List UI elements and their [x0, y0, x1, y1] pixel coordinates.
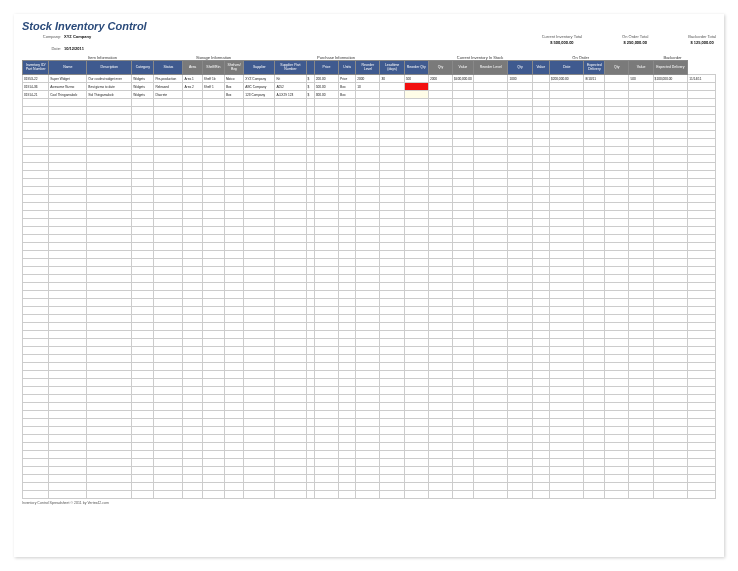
table-cell	[183, 395, 202, 403]
table-cell	[428, 331, 452, 339]
table-cell	[314, 187, 338, 195]
table-cell	[508, 219, 532, 227]
table-cell	[224, 227, 243, 235]
table-cell	[473, 451, 508, 459]
table-cell: Area 2	[183, 83, 202, 91]
table-cell	[244, 451, 275, 459]
table-cell	[356, 331, 380, 339]
table-cell	[49, 451, 87, 459]
table-cell	[605, 203, 629, 211]
table-cell	[453, 443, 474, 451]
table-cell	[688, 395, 716, 403]
table-cell	[23, 203, 49, 211]
table-cell	[224, 251, 243, 259]
table-cell	[473, 131, 508, 139]
table-cell	[380, 187, 404, 195]
table-cell	[653, 483, 688, 491]
table-row	[23, 155, 716, 163]
table-cell	[584, 347, 605, 355]
table-cell	[314, 203, 338, 211]
table-cell	[314, 483, 338, 491]
table-cell	[183, 307, 202, 315]
table-cell	[202, 275, 224, 283]
table-cell	[549, 435, 584, 443]
table-cell	[23, 299, 49, 307]
table-cell	[87, 155, 132, 163]
table-cell	[87, 187, 132, 195]
table-cell	[356, 347, 380, 355]
table-cell	[49, 411, 87, 419]
summary-block: Current Inventory Total $ 500,000.00 On …	[542, 34, 716, 45]
table-cell	[629, 427, 653, 435]
table-cell	[508, 235, 532, 243]
table-cell	[306, 451, 314, 459]
table-cell	[473, 331, 508, 339]
table-cell	[404, 307, 428, 315]
table-cell	[275, 243, 306, 251]
table-cell	[23, 259, 49, 267]
table-cell	[453, 355, 474, 363]
table-cell	[23, 235, 49, 243]
table-cell	[428, 363, 452, 371]
table-cell	[339, 451, 356, 459]
table-cell	[132, 179, 154, 187]
table-cell	[132, 123, 154, 131]
table-cell	[275, 491, 306, 499]
table-cell	[653, 347, 688, 355]
table-cell	[584, 371, 605, 379]
table-cell	[132, 139, 154, 147]
table-cell: $	[306, 91, 314, 99]
table-cell	[688, 107, 716, 115]
table-cell	[584, 419, 605, 427]
table-cell	[584, 123, 605, 131]
table-cell	[629, 379, 653, 387]
table-cell	[132, 107, 154, 115]
table-cell	[473, 267, 508, 275]
table-cell	[404, 451, 428, 459]
table-cell	[605, 171, 629, 179]
table-cell	[453, 99, 474, 107]
table-cell	[154, 443, 183, 451]
table-cell	[23, 291, 49, 299]
table-cell	[339, 411, 356, 419]
table-cell	[356, 91, 380, 99]
table-cell	[183, 163, 202, 171]
table-cell	[306, 147, 314, 155]
table-cell	[244, 347, 275, 355]
column-header: Category	[132, 61, 154, 75]
table-cell	[202, 363, 224, 371]
table-cell	[629, 419, 653, 427]
table-cell	[224, 243, 243, 251]
table-cell	[653, 211, 688, 219]
table-cell	[532, 403, 549, 411]
table-cell	[549, 355, 584, 363]
table-cell	[473, 243, 508, 251]
table-cell	[605, 227, 629, 235]
table-cell	[688, 251, 716, 259]
table-cell	[87, 195, 132, 203]
table-cell	[23, 219, 49, 227]
table-cell	[275, 411, 306, 419]
table-cell	[473, 259, 508, 267]
table-cell	[605, 291, 629, 299]
table-cell	[314, 155, 338, 163]
table-cell	[87, 483, 132, 491]
table-cell	[224, 155, 243, 163]
table-cell: 1000	[508, 75, 532, 83]
table-cell	[275, 371, 306, 379]
table-cell	[202, 259, 224, 267]
table-cell	[224, 235, 243, 243]
table-cell	[183, 203, 202, 211]
table-cell	[653, 195, 688, 203]
table-cell	[154, 371, 183, 379]
table-cell	[244, 227, 275, 235]
table-cell	[314, 451, 338, 459]
table-cell: Kit	[275, 75, 306, 83]
table-cell	[453, 155, 474, 163]
table-row	[23, 483, 716, 491]
table-cell	[605, 435, 629, 443]
table-cell	[380, 139, 404, 147]
table-cell	[314, 115, 338, 123]
table-cell	[87, 435, 132, 443]
table-cell	[23, 451, 49, 459]
